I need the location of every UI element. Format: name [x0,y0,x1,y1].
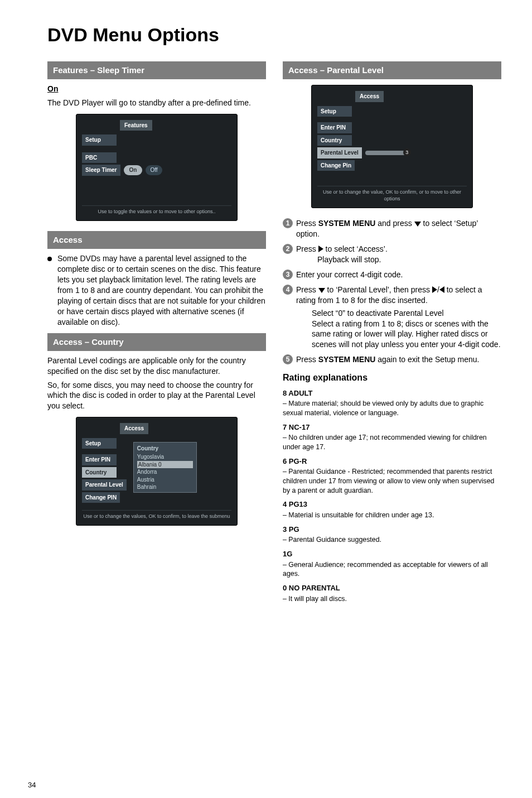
fig1-tab-pbc: PBC [82,152,117,164]
fig2-tab-enterpin: Enter PIN [82,454,117,465]
bullet-icon [47,257,52,261]
step-number-2: 2 [283,244,293,254]
s4-text-a: Press [296,285,318,294]
access-description: Some DVDs may have a parental level assi… [57,253,266,327]
fig2-list-item: Bahrain [137,483,193,491]
s3-text: Enter your correct 4-digit code. [296,270,403,279]
fig3-heading: Access [355,91,384,102]
rating-4-text: – Material is unsuitable for children un… [283,511,501,520]
s5-sysmenu: SYSTEM MENU [318,355,376,364]
fig3-footer: Use or to change the value, OK to confir… [317,186,467,202]
step-2: 2 Press to select ‘Access’. Playback wil… [283,244,501,265]
rating-7-head: 7 NC-17 [283,422,501,432]
triangle-left-icon [439,286,444,293]
step-number-4: 4 [283,285,293,295]
s2-text-a: Press [296,244,318,253]
fig1-tab-setup: Setup [82,134,117,146]
step-number-1: 1 [283,218,293,228]
fig3-tab-country: Country [317,135,352,146]
fig1-pill-off: Off [146,165,162,175]
step-number-3: 3 [283,270,293,280]
fig1-footer: Use to toggle the values or to move to o… [82,205,231,215]
rating-explanations-title: Rating explanations [283,372,501,384]
step-4: 4 Press to ‘Parental Level’, then press … [283,285,501,350]
s2-text-b: to select ‘Access’. [323,244,388,253]
fig2-tab-plevel: Parental Level [82,479,127,491]
s5-text-c: again to exit the Setup menu. [375,355,479,364]
fig1-pill-on: On [124,165,143,175]
rating-3-text: – Parental Guidance suggested. [283,535,501,545]
step-number-5: 5 [283,354,293,364]
fig2-list-item: Yugoslavia [137,453,193,461]
left-column: Features – Sleep Timer On The DVD Player… [47,56,266,604]
fig2-list-head: Country [137,444,193,454]
rating-8-text: – Mature material; should be viewed only… [283,399,501,417]
fig1-heading: Features [120,120,152,131]
step-3: 3 Enter your correct 4-digit code. [283,270,501,280]
rating-7-text: – No children under age 17; not recommen… [283,433,501,451]
triangle-right-icon [432,286,437,293]
rating-1-text: – General Audience; recommended as accep… [283,560,501,579]
fig2-list-item: Andorra [137,468,193,476]
step-5: 5 Press SYSTEM MENU again to exit the Se… [283,354,501,365]
fig2-heading: Access [120,423,148,434]
s2-text-c: Playback will stop. [317,255,381,264]
rating-8-head: 8 ADULT [283,388,501,398]
section-access: Access [47,231,266,249]
country-p1: Parental Level codings are applicable on… [47,355,266,377]
rating-0-text: – It will play all discs. [283,594,501,604]
fig3-tab-enterpin: Enter PIN [317,122,352,133]
fig2-listbox: Country Yugoslavia Albania 0 Andorra Aus… [133,442,197,493]
s1-sysmenu: SYSTEM MENU [318,219,376,228]
section-sleep-timer: Features – Sleep Timer [47,61,266,79]
s5-text-a: Press [296,355,318,364]
page-number: 34 [28,780,36,790]
fig3-tab-changepin: Change Pin [317,160,355,171]
section-access-parental: Access – Parental Level [283,61,501,79]
fig2-tab-changepin: Change PIN [82,492,120,503]
s4-text-b: to ‘Parental Level’, then press [325,285,432,294]
rating-1-head: 1G [283,549,501,559]
fig2-footer: Use or to change the values, OK to confi… [82,510,231,520]
triangle-down-icon [414,222,421,227]
section-access-country: Access – Country [47,333,266,351]
s4-text-e: Select a rating from 1 to 8; discs or sc… [312,319,501,349]
s4-text-d: Select “0” to deactivate Parental Level [312,308,501,319]
rating-0-head: 0 NO PARENTAL [283,583,501,593]
fig2-list-item: Albania 0 [137,461,193,469]
figure-features: Features Setup PBC Sleep Timer On Off Us… [76,114,238,221]
rating-4-head: 4 PG13 [283,499,501,509]
on-description: The DVD Player will go to standby after … [47,98,266,108]
fig2-tab-country: Country [82,467,117,478]
triangle-down-icon [318,288,325,293]
step-1: 1 Press SYSTEM MENU and press to select … [283,218,501,239]
rating-6-text: – Parental Guidance - Restricted; recomm… [283,467,501,495]
fig2-list-item: Austria [137,476,193,484]
page-title: DVD Menu Options [47,22,501,48]
s1-text-a: Press [296,219,318,228]
fig1-tab-sleep: Sleep Timer [82,165,120,176]
figure-access-parental: Access Setup Enter PIN Country Parental … [311,85,473,208]
right-column: Access – Parental Level Access Setup Ent… [283,56,501,604]
fig3-tab-plevel: Parental Level [317,147,362,158]
on-label: On [47,84,58,93]
country-p2: So, for some discs, you may need to choo… [47,380,266,412]
rating-3-head: 3 PG [283,525,501,535]
figure-access-country: Access Setup Enter PIN Country Parental … [76,417,238,526]
fig3-slider [365,151,410,155]
triangle-right-icon [318,246,323,252]
fig2-tab-setup: Setup [82,438,117,449]
rating-6-head: 6 PG-R [283,456,501,467]
fig3-tab-setup: Setup [317,106,352,117]
s1-text-c: and press [375,219,414,228]
